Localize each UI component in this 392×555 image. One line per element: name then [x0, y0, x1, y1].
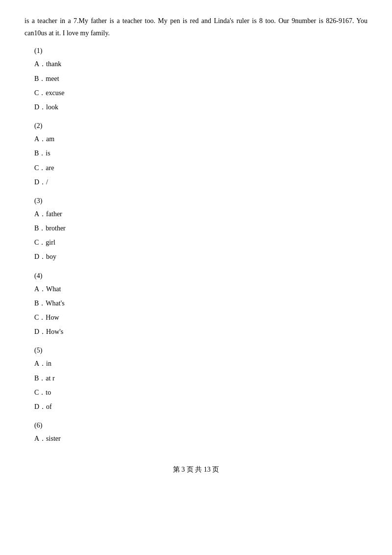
question-number-5: (5) — [34, 347, 368, 354]
question-group-6: (6)A．sister — [24, 422, 368, 451]
option-3-3[interactable]: C．girl — [34, 236, 368, 249]
page-footer: 第 3 页 共 13 页 — [24, 465, 368, 474]
option-1-1[interactable]: A．thank — [34, 58, 368, 70]
option-1-3[interactable]: C．excuse — [34, 87, 368, 99]
question-group-5: (5)A．inB．at rC．toD．of — [24, 347, 368, 419]
option-5-3[interactable]: C．to — [34, 386, 368, 399]
option-2-1[interactable]: A．am — [34, 133, 368, 145]
question-number-2: (2) — [34, 122, 368, 130]
option-3-2[interactable]: B．brother — [34, 222, 368, 234]
option-2-3[interactable]: C．are — [34, 162, 368, 174]
question-number-3: (3) — [34, 197, 368, 205]
option-5-2[interactable]: B．at r — [34, 372, 368, 384]
question-number-4: (4) — [34, 272, 368, 280]
option-2-2[interactable]: B．is — [34, 147, 368, 159]
option-4-4[interactable]: D．How's — [34, 326, 368, 338]
option-2-4[interactable]: D．/ — [34, 176, 368, 188]
question-group-2: (2)A．amB．isC．areD．/ — [24, 122, 368, 194]
option-4-2[interactable]: B．What's — [34, 297, 368, 309]
question-group-1: (1)A．thankB．meetC．excuseD．look — [24, 47, 368, 119]
option-1-2[interactable]: B．meet — [34, 73, 368, 85]
option-3-1[interactable]: A．father — [34, 208, 368, 220]
option-6-1[interactable]: A．sister — [34, 432, 368, 445]
option-3-4[interactable]: D．boy — [34, 251, 368, 263]
option-1-4[interactable]: D．look — [34, 101, 368, 113]
option-5-1[interactable]: A．in — [34, 357, 368, 370]
question-number-6: (6) — [34, 422, 368, 429]
passage-text: is a teacher in a 7.My father is a teach… — [24, 15, 368, 39]
option-4-1[interactable]: A．What — [34, 283, 368, 295]
option-4-3[interactable]: C．How — [34, 311, 368, 324]
question-group-4: (4)A．WhatB．What'sC．HowD．How's — [24, 272, 368, 344]
question-number-1: (1) — [34, 47, 368, 55]
question-group-3: (3)A．fatherB．brotherC．girlD．boy — [24, 197, 368, 269]
option-5-4[interactable]: D．of — [34, 401, 368, 413]
